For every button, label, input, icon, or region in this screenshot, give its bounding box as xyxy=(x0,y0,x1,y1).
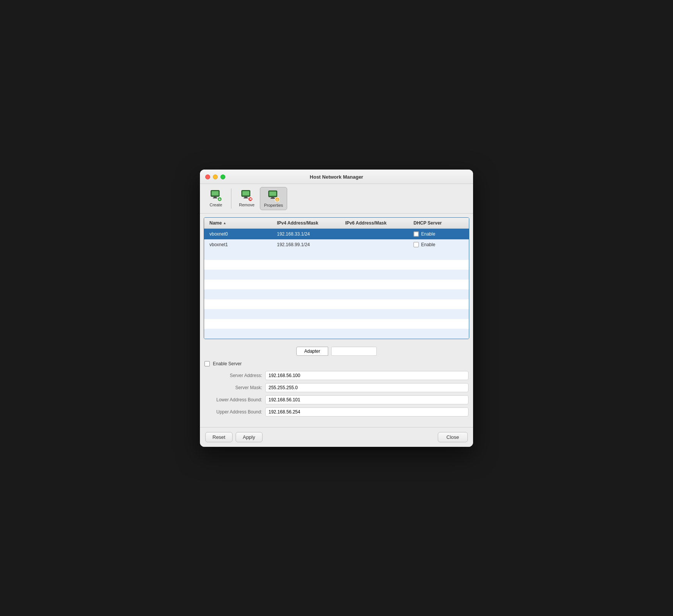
svg-rect-1 xyxy=(212,191,219,195)
create-icon: + xyxy=(210,189,222,201)
svg-text:⚙: ⚙ xyxy=(276,198,279,202)
traffic-lights xyxy=(205,174,225,179)
empty-row xyxy=(204,299,469,309)
col-name[interactable]: Name ▲ xyxy=(208,220,275,226)
close-button[interactable]: Close xyxy=(438,432,468,442)
cell-dhcp-1: Enable xyxy=(412,241,465,248)
tabs-row: Adapter xyxy=(204,347,469,356)
bottom-bar: Reset Apply Close xyxy=(200,427,473,447)
svg-text:✕: ✕ xyxy=(249,197,252,201)
lower-address-field: Lower Address Bound: xyxy=(204,395,469,404)
upper-address-input[interactable] xyxy=(265,407,469,416)
empty-row xyxy=(204,309,469,319)
empty-row xyxy=(204,329,469,339)
server-address-field: Server Address: xyxy=(204,371,469,380)
title-bar: Host Network Manager xyxy=(200,170,473,184)
col-ipv6: IPv6 Address/Mask xyxy=(344,220,412,226)
empty-row xyxy=(204,280,469,289)
maximize-window-button[interactable] xyxy=(220,174,225,179)
empty-row xyxy=(204,270,469,280)
remove-icon-svg: ✕ xyxy=(241,189,253,201)
cell-ipv6-0 xyxy=(344,233,412,235)
svg-rect-3 xyxy=(213,198,217,198)
server-mask-label: Server Mask: xyxy=(204,385,265,390)
svg-rect-13 xyxy=(269,192,276,196)
cell-dhcp-0: Enable xyxy=(412,231,465,237)
enable-server-row: Enable Server xyxy=(204,361,469,366)
create-label: Create xyxy=(209,203,222,207)
properties-section: Adapter Enable Server Server Address: Se… xyxy=(200,343,473,423)
table-row[interactable]: vboxnet1 192.168.99.1/24 Enable xyxy=(204,239,469,250)
dhcp-checkbox-0[interactable] xyxy=(414,231,419,237)
close-window-button[interactable] xyxy=(205,174,210,179)
empty-row xyxy=(204,289,469,299)
enable-server-checkbox[interactable] xyxy=(204,361,210,366)
minimize-window-button[interactable] xyxy=(213,174,218,179)
remove-button[interactable]: ✕ Remove xyxy=(235,187,258,210)
svg-rect-15 xyxy=(270,198,275,199)
svg-rect-7 xyxy=(242,191,249,195)
empty-row xyxy=(204,319,469,329)
lower-address-label: Lower Address Bound: xyxy=(204,397,265,402)
enable-server-label: Enable Server xyxy=(213,361,242,366)
properties-button[interactable]: ⚙ Properties xyxy=(260,187,287,210)
svg-rect-14 xyxy=(271,197,274,198)
upper-address-field: Upper Address Bound: xyxy=(204,407,469,416)
server-address-input[interactable] xyxy=(265,371,469,380)
upper-address-label: Upper Address Bound: xyxy=(204,409,265,415)
properties-icon: ⚙ xyxy=(267,190,280,202)
host-network-manager-window: Host Network Manager + Create xyxy=(200,170,473,447)
server-mask-input[interactable] xyxy=(265,383,469,392)
table-row[interactable]: vboxnet0 192.168.33.1/24 Enable xyxy=(204,229,469,239)
properties-icon-svg: ⚙ xyxy=(267,190,280,202)
toolbar: + Create ✕ Remove xyxy=(200,184,473,214)
table-header: Name ▲ IPv4 Address/Mask IPv6 Address/Ma… xyxy=(204,218,469,229)
properties-label: Properties xyxy=(264,203,283,207)
empty-row xyxy=(204,260,469,270)
cell-ipv4-0: 192.168.33.1/24 xyxy=(275,231,344,237)
server-mask-field: Server Mask: xyxy=(204,383,469,392)
cell-name-0: vboxnet0 xyxy=(208,231,275,237)
svg-text:+: + xyxy=(219,197,221,201)
table-body: vboxnet0 192.168.33.1/24 Enable vboxnet1… xyxy=(204,229,469,339)
svg-rect-8 xyxy=(244,196,247,198)
svg-rect-9 xyxy=(244,198,248,198)
reset-button[interactable]: Reset xyxy=(205,432,233,442)
col-dhcp: DHCP Server xyxy=(412,220,465,226)
cell-name-1: vboxnet1 xyxy=(208,241,275,248)
network-table: Name ▲ IPv4 Address/Mask IPv6 Address/Ma… xyxy=(204,217,469,339)
sort-arrow-icon: ▲ xyxy=(223,221,226,225)
remove-icon: ✕ xyxy=(241,189,253,201)
cell-ipv4-1: 192.168.99.1/24 xyxy=(275,241,344,248)
tab-adapter[interactable]: Adapter xyxy=(296,347,328,356)
toolbar-separator xyxy=(231,189,231,209)
adapter-input[interactable] xyxy=(331,347,377,356)
cell-ipv6-1 xyxy=(344,244,412,245)
col-ipv4: IPv4 Address/Mask xyxy=(275,220,344,226)
create-button[interactable]: + Create xyxy=(204,187,227,210)
lower-address-input[interactable] xyxy=(265,395,469,404)
server-address-label: Server Address: xyxy=(204,373,265,378)
create-icon-svg: + xyxy=(210,189,222,201)
window-title: Host Network Manager xyxy=(310,174,363,180)
remove-label: Remove xyxy=(239,203,255,207)
empty-row xyxy=(204,250,469,260)
bottom-left-buttons: Reset Apply xyxy=(205,432,263,442)
svg-rect-2 xyxy=(214,196,217,198)
dhcp-checkbox-1[interactable] xyxy=(414,242,419,247)
apply-button[interactable]: Apply xyxy=(236,432,263,442)
